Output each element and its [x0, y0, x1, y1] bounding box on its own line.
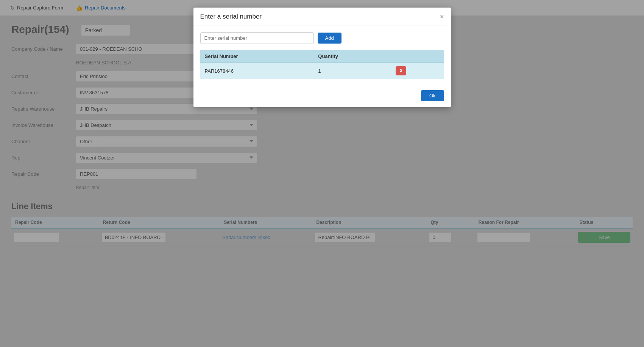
modal-close-button[interactable]: ×: [440, 13, 444, 20]
ok-button[interactable]: Ok: [421, 90, 444, 101]
serial-table-col-qty: Quantity: [313, 50, 391, 63]
modal-input-row: Add: [200, 32, 444, 44]
serial-table-col-actions: [391, 50, 444, 63]
modal-body: Add Serial Number Quantity PAR1678446 1: [193, 25, 451, 86]
serial-number-modal: Enter a serial number × Add Serial Numbe…: [193, 8, 451, 107]
modal-footer: Ok: [193, 86, 451, 107]
serial-table: Serial Number Quantity PAR1678446 1 X: [200, 50, 444, 79]
modal-overlay: Enter a serial number × Add Serial Numbe…: [0, 0, 644, 347]
add-serial-button[interactable]: Add: [318, 33, 341, 44]
modal-header: Enter a serial number ×: [193, 8, 451, 25]
serial-number-input[interactable]: [200, 32, 314, 44]
serial-table-row: PAR1678446 1 X: [200, 63, 444, 79]
serial-table-col-serial: Serial Number: [200, 50, 314, 63]
serial-value: PAR1678446: [200, 63, 314, 79]
modal-title: Enter a serial number: [200, 13, 262, 20]
delete-serial-button[interactable]: X: [396, 66, 406, 75]
serial-qty: 1: [313, 63, 391, 79]
